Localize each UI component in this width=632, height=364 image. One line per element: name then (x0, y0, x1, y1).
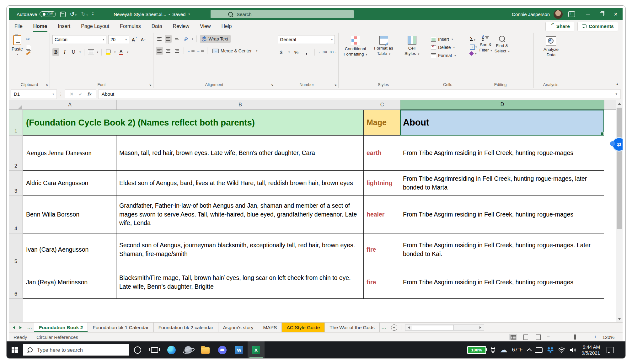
insert-function-button[interactable]: fx (88, 91, 92, 97)
cell-a6[interactable]: Jan (Reya) Martinsson (23, 266, 116, 299)
cell-b2[interactable]: Mason, tall, red hair, brown eyes. Late … (116, 136, 364, 171)
tab-page-layout[interactable]: Page Layout (76, 20, 115, 33)
show-desktop-strip[interactable] (622, 341, 622, 358)
zoom-slider-thumb[interactable] (574, 335, 576, 340)
row-header-2[interactable]: 2 (9, 136, 23, 171)
sheet-overflow-right[interactable]: ... (380, 323, 388, 332)
tab-file[interactable]: File (9, 20, 28, 33)
cell-d1-about-selected[interactable]: About (400, 110, 604, 136)
font-size-select[interactable]: 20▾ (108, 35, 129, 44)
sort-filter-button[interactable]: AZ Sort & Filter ▾ (479, 35, 492, 55)
column-header-b[interactable]: B (117, 100, 364, 110)
scroll-up-arrow[interactable] (616, 100, 623, 106)
dropbox-icon[interactable] (547, 347, 554, 353)
cell-a1-merged-title[interactable]: (Foundation Cycle Book 2) (Names reflect… (23, 110, 364, 136)
cell-d3[interactable]: From Tribe Asgrimresiding in Fell Creek,… (400, 171, 604, 196)
hidden-icons-chevron[interactable] (527, 348, 532, 353)
customize-toolbar-icon[interactable]: ▾ (92, 13, 94, 16)
undo-button[interactable]: ↺▾ (70, 11, 77, 17)
start-button[interactable] (7, 341, 23, 358)
number-dialog-launcher[interactable]: ↘ (334, 83, 337, 87)
merge-center-button[interactable]: ↔ Merge & Center (211, 47, 254, 55)
cell-d6[interactable]: From Tribe Asgrim residing in Fell Creek… (400, 266, 604, 299)
close-button[interactable]: × (609, 8, 623, 20)
sheet-tab-foundation-book-2[interactable]: Foundation Book 2 (34, 323, 88, 332)
search-box[interactable] (211, 10, 354, 18)
tab-view[interactable]: View (195, 20, 216, 33)
sheet-nav-right-icon[interactable] (17, 323, 25, 332)
word-button[interactable]: W (231, 341, 248, 358)
tab-help[interactable]: Help (216, 20, 237, 33)
name-box[interactable]: D1▾ (11, 89, 57, 99)
search-input[interactable] (236, 11, 325, 17)
increase-font-button[interactable]: A^ (131, 36, 138, 43)
select-all-corner[interactable] (9, 100, 23, 110)
increase-decimal-button[interactable]: ←.00 (319, 48, 326, 56)
tab-insert[interactable]: Insert (52, 20, 76, 33)
scroll-down-arrow[interactable] (616, 316, 623, 322)
underline-button[interactable]: U (70, 48, 77, 56)
tab-formulas[interactable]: Formulas (115, 20, 146, 33)
cell-b6[interactable]: Blacksmith/Fire-mage, Tall, brown hair/ … (116, 266, 364, 299)
format-painter-button[interactable] (26, 51, 30, 55)
cell-d4[interactable]: From Tribe Asgrim residing in Fell Creek… (400, 196, 604, 233)
autosave-toggle[interactable]: AutoSave Off (17, 11, 56, 17)
row-header-4[interactable]: 4 (9, 196, 23, 233)
user-name[interactable]: Connie Jasperson (512, 12, 550, 17)
action-center-icon[interactable] (607, 347, 614, 353)
zoom-out-button[interactable]: − (547, 334, 550, 340)
clear-button[interactable]: ▾ (470, 52, 477, 55)
cell-c4[interactable]: healer (364, 196, 400, 233)
decrease-decimal-button[interactable]: .00→ (329, 48, 336, 56)
speaker-icon[interactable] (570, 347, 576, 353)
row-header-5[interactable]: 5 (9, 233, 23, 266)
decrease-indent-button[interactable]: ← (187, 47, 195, 55)
cell-c2[interactable]: earth (364, 136, 400, 171)
horizontal-scroll-thumb[interactable] (412, 325, 454, 330)
fill-button[interactable]: ↓▾ (470, 45, 477, 50)
column-header-d-selected[interactable]: D (400, 100, 604, 110)
vertical-scrollbar[interactable] (616, 100, 623, 322)
autosum-button[interactable]: Σ▾ (470, 36, 477, 42)
temperature-label[interactable]: 67°F (512, 347, 523, 353)
align-bottom-button[interactable] (174, 35, 180, 43)
hscroll-left-arrow[interactable] (405, 325, 411, 330)
clipboard-dialog-launcher[interactable]: ↘ (45, 83, 48, 87)
align-middle-button[interactable] (165, 35, 172, 43)
save-icon[interactable] (60, 12, 66, 17)
taskbar-search-input[interactable] (36, 347, 116, 353)
cell-a5[interactable]: Ivan (Cara) Aengusson (23, 233, 116, 266)
cell-b5[interactable]: Second son of Aengus, journeyman blacksm… (116, 233, 364, 266)
cast-icon[interactable] (536, 347, 543, 353)
row-header-1[interactable]: 1 (9, 110, 23, 136)
comments-button[interactable]: Comments (577, 22, 618, 31)
cancel-entry-button[interactable]: ✕ (70, 91, 74, 97)
planet-app-button[interactable] (180, 341, 197, 358)
sheet-tab-war-of-the-gods[interactable]: The War of the Gods (325, 323, 379, 332)
minimize-button[interactable] (581, 8, 595, 20)
font-dialog-launcher[interactable]: ↘ (149, 83, 152, 87)
excel-button-active[interactable]: X (248, 341, 265, 358)
find-select-button[interactable]: Find & Select ▾ (495, 35, 510, 55)
comma-style-button[interactable]: , (303, 48, 310, 56)
file-explorer-button[interactable] (197, 341, 214, 358)
sheet-overflow-left[interactable]: ... (25, 323, 34, 332)
paste-button[interactable]: Paste▾ (12, 35, 23, 56)
sheet-tab-foundation-bk-2-calendar[interactable]: Foundation bk 2 calendar (154, 323, 218, 332)
cell-a2[interactable]: Aengus Jenna Danesson (23, 136, 116, 171)
column-header-a[interactable]: A (23, 100, 117, 110)
document-title[interactable]: Neveyah Style Sheet.xl... - Saved ▾ (114, 12, 190, 17)
cell-a4[interactable]: Benn Willa Borsson (23, 196, 116, 233)
bold-button[interactable]: B (52, 48, 59, 56)
italic-button[interactable]: I (61, 48, 68, 56)
copy-button[interactable] (26, 45, 30, 50)
insert-cells-button[interactable]: Insert▾ (431, 35, 465, 43)
page-break-view-button[interactable] (534, 334, 542, 340)
redo-button[interactable]: ↻▾ (81, 11, 88, 17)
borders-button[interactable] (88, 48, 94, 56)
tab-review[interactable]: Review (168, 20, 195, 33)
horizontal-scrollbar[interactable] (405, 324, 484, 331)
number-format-select[interactable]: General▾ (278, 35, 335, 44)
hscroll-right-arrow[interactable] (478, 325, 484, 330)
battery-indicator[interactable]: 100% (467, 346, 486, 354)
